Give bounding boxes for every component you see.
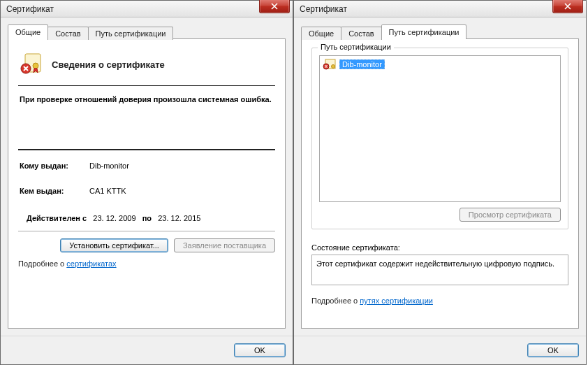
cert-status-label: Состояние сертификата: xyxy=(311,243,568,252)
tree-item-label: Dib-monitor xyxy=(339,59,385,69)
tab-general[interactable]: Общие xyxy=(8,24,48,39)
cert-status-text: Этот сертификат содержит недействительну… xyxy=(311,255,568,285)
ok-button[interactable]: OK xyxy=(527,343,579,357)
install-certificate-button[interactable]: Установить сертификат... xyxy=(60,238,168,252)
issued-to-value: Dib-monitor xyxy=(89,160,274,173)
ok-button[interactable]: OK xyxy=(234,343,286,357)
cert-path-group-title: Путь сертификации xyxy=(318,43,394,51)
tabstrip: Общие Состав Путь сертификации xyxy=(8,24,286,39)
valid-to-label: по xyxy=(142,214,152,222)
trust-error-message: При проверке отношений доверия произошла… xyxy=(18,86,275,149)
cert-dialog-path: Сертификат Общие Состав Путь сертификаци… xyxy=(293,0,587,365)
issued-by-label: Кем выдан: xyxy=(20,185,89,198)
issued-to-label: Кому выдан: xyxy=(20,160,89,173)
view-certificate-button: Просмотр сертификата xyxy=(460,208,561,222)
window-title: Сертификат xyxy=(300,4,347,14)
close-icon xyxy=(564,3,571,10)
learn-more-row: Подробнее о сертификатах xyxy=(18,252,275,268)
tab-path-page: Путь сертификации Dib-monitor xyxy=(301,38,579,329)
close-button[interactable] xyxy=(259,0,290,13)
issued-by-value: CA1 KTTK xyxy=(89,185,274,198)
close-button[interactable] xyxy=(552,0,583,13)
window-title: Сертификат xyxy=(6,4,54,14)
svg-point-4 xyxy=(332,65,335,69)
titlebar[interactable]: Сертификат xyxy=(1,1,293,17)
svg-point-1 xyxy=(33,63,38,69)
close-icon xyxy=(271,3,278,10)
tree-item[interactable]: Dib-monitor xyxy=(323,59,557,70)
cert-info-heading: Сведения о сертификате xyxy=(52,59,165,70)
learn-certificates-link[interactable]: сертификатах xyxy=(66,259,116,268)
valid-to-value: 23. 12. 2015 xyxy=(158,214,200,222)
issuer-statement-button: Заявление поставщика xyxy=(174,238,275,252)
learn-cert-paths-link[interactable]: путях сертификации xyxy=(360,296,433,305)
tab-general[interactable]: Общие xyxy=(301,27,341,40)
tabstrip: Общие Состав Путь сертификации xyxy=(301,24,579,39)
cert-path-group: Путь сертификации Dib-monitor xyxy=(311,48,568,229)
valid-from-label: Действителен с xyxy=(27,214,87,222)
tab-details[interactable]: Состав xyxy=(341,27,381,40)
valid-from-value: 23. 12. 2009 xyxy=(93,214,135,222)
cert-path-tree[interactable]: Dib-monitor xyxy=(319,55,561,202)
tab-cert-path[interactable]: Путь сертификации xyxy=(88,27,174,40)
certificate-error-icon xyxy=(323,59,337,70)
tab-details[interactable]: Состав xyxy=(47,27,88,40)
cert-dialog-general: Сертификат Общие Состав Путь сертификаци… xyxy=(0,0,293,365)
learn-more-row: Подробнее о путях сертификации xyxy=(311,285,568,305)
tab-cert-path[interactable]: Путь сертификации xyxy=(381,24,467,39)
certificate-error-icon xyxy=(20,52,43,77)
titlebar[interactable]: Сертификат xyxy=(294,1,586,17)
tab-general-page: Сведения о сертификате При проверке отно… xyxy=(8,38,286,329)
